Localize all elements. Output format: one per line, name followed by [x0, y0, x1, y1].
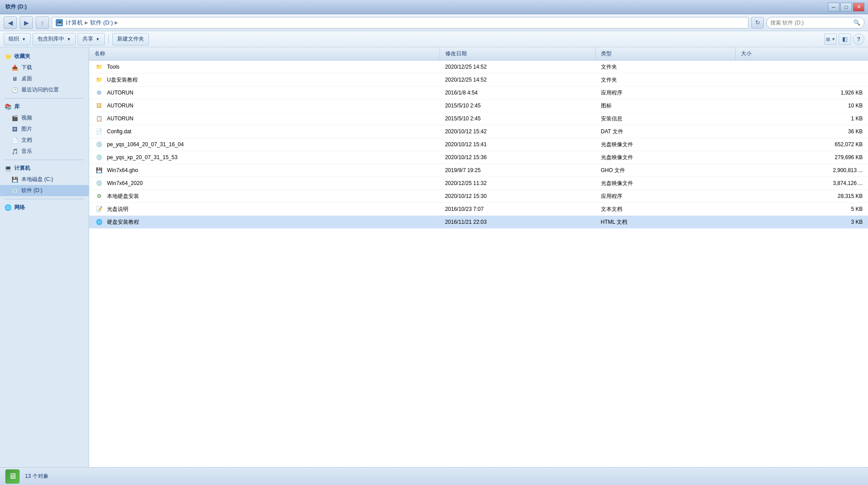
forward-button[interactable]: ▶	[20, 16, 33, 29]
file-name-4: AUTORUN	[107, 103, 133, 109]
sidebar-header-network[interactable]: 🌐 网络	[0, 202, 89, 213]
share-button[interactable]: 共享 ▼	[78, 33, 105, 45]
col-header-name[interactable]: 名称	[89, 47, 440, 61]
file-type-1: 文件夹	[596, 61, 736, 74]
path-segment-drive[interactable]: 软件 (D:)	[90, 19, 113, 27]
file-size-1	[736, 61, 868, 74]
close-button[interactable]: ✕	[853, 3, 864, 12]
path-segment-computer[interactable]: 计算机	[66, 19, 83, 27]
file-name-cell: 📁 Tools	[89, 61, 440, 74]
sidebar-header-computer[interactable]: 💻 计算机	[0, 163, 89, 174]
col-header-type[interactable]: 类型	[596, 47, 736, 61]
sidebar-item-image-label: 图片	[21, 125, 32, 133]
table-row[interactable]: 💿 pe_yqs_1064_20_07_31_16_04 2020/10/12 …	[89, 138, 868, 151]
file-name-cell: 💿 pe_yqs_xp_20_07_31_15_53	[89, 151, 440, 164]
file-name-10: Win7x64_2020	[107, 180, 143, 186]
new-folder-button[interactable]: 新建文件夹	[112, 33, 149, 45]
address-path: 💻 计算机 ▶ 软件 (D:) ▶	[52, 17, 749, 29]
file-modified-12: 2016/10/23 7:07	[440, 203, 595, 216]
sidebar-divider-3	[4, 199, 84, 199]
view-dropdown-button[interactable]: ≣ ▼	[824, 33, 837, 45]
status-bar: 🖥 13 个对象	[0, 467, 868, 485]
file-icon-11: ⚙	[95, 192, 103, 200]
col-header-modified[interactable]: 修改日期	[440, 47, 595, 61]
search-box: 🔍	[766, 17, 864, 29]
file-icon-12: 📝	[95, 205, 103, 213]
table-row[interactable]: 📄 Config.dat 2020/10/12 15:42 DAT 文件 36 …	[89, 125, 868, 138]
up-button[interactable]: ↑	[36, 16, 49, 29]
table-row[interactable]: 🌐 硬盘安装教程 2016/11/21 22:03 HTML 文档 3 KB	[89, 216, 868, 229]
sidebar-item-music[interactable]: 🎵 音乐	[0, 146, 89, 157]
sidebar-item-image[interactable]: 🖼 图片	[0, 123, 89, 135]
help-button[interactable]: ?	[853, 33, 864, 45]
file-modified-4: 2015/5/10 2:45	[440, 99, 595, 112]
preview-icon: ◧	[842, 36, 847, 42]
file-icon-7: 💿	[95, 140, 103, 148]
file-size-12: 5 KB	[736, 203, 868, 216]
file-name-cell: 📁 U盘安装教程	[89, 74, 440, 86]
doc-icon: 📄	[11, 137, 19, 144]
favorites-header-label: 收藏夹	[14, 53, 30, 60]
file-size-3: 1,926 KB	[736, 86, 868, 99]
table-row[interactable]: 💿 pe_yqs_xp_20_07_31_15_53 2020/10/12 15…	[89, 151, 868, 164]
file-name-cell: 🖼 AUTORUN	[89, 99, 440, 112]
file-name-cell: 🌐 硬盘安装教程	[89, 216, 440, 229]
maximize-button[interactable]: □	[840, 3, 852, 12]
file-modified-9: 2019/9/7 19:25	[440, 164, 595, 177]
file-type-13: HTML 文档	[596, 216, 736, 229]
table-row[interactable]: ⚙ AUTORUN 2016/1/8 4:54 应用程序 1,926 KB	[89, 86, 868, 99]
file-modified-1: 2020/12/25 14:52	[440, 61, 595, 74]
table-row[interactable]: 📋 AUTORUN 2015/5/10 2:45 安装信息 1 KB	[89, 112, 868, 125]
computer-header-icon: 💻	[4, 165, 12, 172]
view-icon: ≣	[826, 36, 831, 42]
library-header-icon: 📚	[4, 103, 12, 111]
file-size-11: 28,315 KB	[736, 190, 868, 203]
sidebar-header-library[interactable]: 📚 库	[0, 101, 89, 112]
toolbar-separator	[108, 35, 109, 44]
table-row[interactable]: 📁 Tools 2020/12/25 14:52 文件夹	[89, 61, 868, 74]
minimize-button[interactable]: ─	[828, 3, 839, 12]
table-row[interactable]: 🖼 AUTORUN 2015/5/10 2:45 图标 10 KB	[89, 99, 868, 112]
file-modified-7: 2020/10/12 15:41	[440, 138, 595, 151]
table-row[interactable]: 📝 光盘说明 2016/10/23 7:07 文本文档 5 KB	[89, 203, 868, 216]
sidebar-item-disk-c[interactable]: 💾 本地磁盘 (C:)	[0, 174, 89, 185]
table-row[interactable]: 💾 Win7x64.gho 2019/9/7 19:25 GHO 文件 2,90…	[89, 164, 868, 177]
back-button[interactable]: ◀	[4, 16, 17, 29]
file-name-12: 光盘说明	[107, 206, 128, 213]
path-arrow-1: ▶	[85, 20, 88, 25]
table-row[interactable]: 💿 Win7x64_2020 2020/12/25 11:32 光盘映像文件 3…	[89, 177, 868, 190]
preview-button[interactable]: ◧	[839, 33, 851, 45]
file-size-9: 2,900,813 ...	[736, 164, 868, 177]
main-area: ⭐ 收藏夹 📥 下载 🖥 桌面 🕐 最近访问的位置 📚 库	[0, 47, 868, 467]
file-icon-8: 💿	[95, 153, 103, 161]
sidebar-item-video[interactable]: 🎬 视频	[0, 112, 89, 123]
organize-button[interactable]: 组织 ▼	[4, 33, 31, 45]
col-header-size[interactable]: 大小	[736, 47, 868, 61]
sidebar-section-network: 🌐 网络	[0, 202, 89, 213]
table-row[interactable]: ⚙ 本地硬盘安装 2020/10/12 15:30 应用程序 28,315 KB	[89, 190, 868, 203]
sidebar-header-favorites[interactable]: ⭐ 收藏夹	[0, 51, 89, 62]
sidebar-section-favorites: ⭐ 收藏夹 📥 下载 🖥 桌面 🕐 最近访问的位置	[0, 51, 89, 95]
sidebar-item-recent[interactable]: 🕐 最近访问的位置	[0, 84, 89, 95]
sidebar-divider-2	[4, 160, 84, 160]
path-drive-label: 软件 (D:)	[90, 19, 113, 27]
sidebar-item-download[interactable]: 📥 下载	[0, 62, 89, 73]
sidebar-item-doc[interactable]: 📄 文档	[0, 135, 89, 146]
computer-header-label: 计算机	[14, 164, 30, 172]
file-size-8: 279,696 KB	[736, 151, 868, 164]
file-table: 名称 修改日期 类型 大小 📁 Tools 2020/12/25 14:52 文…	[89, 47, 868, 229]
sidebar-item-desktop[interactable]: 🖥 桌面	[0, 73, 89, 84]
library-button[interactable]: 包含到库中 ▼	[33, 33, 76, 45]
refresh-button[interactable]: ↻	[751, 17, 764, 29]
sidebar-item-disk-d-label: 软件 (D:)	[21, 187, 42, 194]
sidebar-section-computer: 💻 计算机 💾 本地磁盘 (C:) 💿 软件 (D:)	[0, 163, 89, 196]
search-input[interactable]	[770, 20, 852, 26]
file-modified-13: 2016/11/21 22:03	[440, 216, 595, 229]
address-bar: ◀ ▶ ↑ 💻 计算机 ▶ 软件 (D:) ▶ ↻ 🔍	[0, 14, 868, 31]
sidebar-item-disk-d[interactable]: 💿 软件 (D:)	[0, 185, 89, 196]
toolbar-right: ≣ ▼ ◧ ?	[824, 33, 864, 45]
table-row[interactable]: 📁 U盘安装教程 2020/12/25 14:52 文件夹	[89, 74, 868, 86]
file-size-2	[736, 74, 868, 86]
image-icon: 🖼	[11, 126, 19, 133]
view-arrow: ▼	[831, 37, 835, 41]
